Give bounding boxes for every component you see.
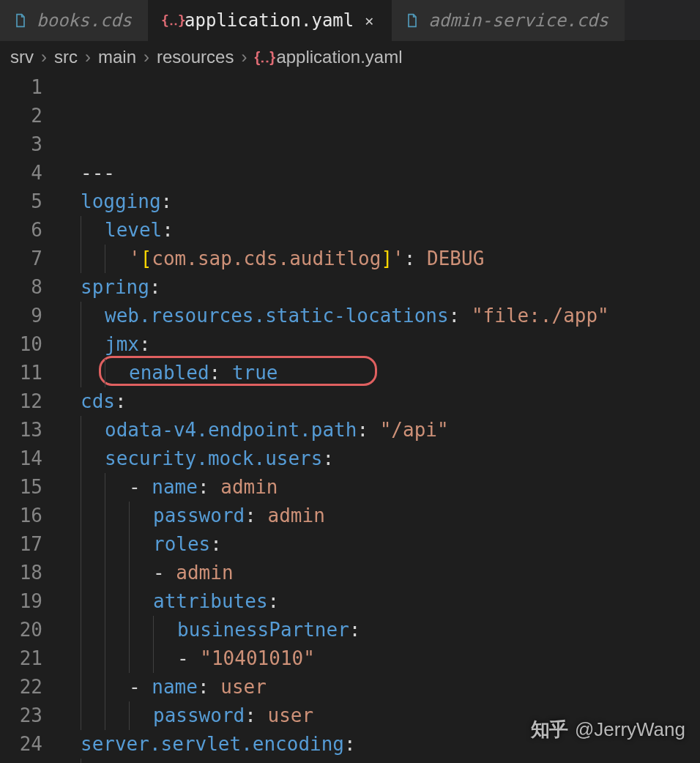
code-line[interactable]: charset: UTF-8 xyxy=(59,759,700,763)
token-str: ' xyxy=(129,247,141,269)
indent-guide xyxy=(105,559,105,587)
line-number: 6 xyxy=(0,216,42,245)
code-line[interactable]: - name: user xyxy=(59,673,700,701)
code-line[interactable]: enabled: true xyxy=(59,359,700,387)
token-bool: true xyxy=(232,362,278,384)
token-colon: : xyxy=(162,219,174,241)
tab-bar: books.cds {‥} application.yaml ✕ admin-s… xyxy=(0,0,700,41)
indent-guide xyxy=(105,530,105,559)
indent-guide xyxy=(129,644,130,673)
crumb-src[interactable]: src xyxy=(54,47,78,67)
code-line[interactable]: password: admin xyxy=(59,502,700,530)
token-key: name xyxy=(152,676,198,698)
token-str: user xyxy=(220,676,267,698)
line-number: 4 xyxy=(0,159,42,187)
indent-guide xyxy=(105,473,105,502)
code-line[interactable]: businessPartner: xyxy=(59,616,700,644)
line-number: 24 xyxy=(0,730,42,759)
code-line[interactable]: '[com.sap.cds.auditlog]': DEBUG xyxy=(59,245,700,273)
code-line[interactable]: jmx: xyxy=(59,330,700,359)
tab-label: application.yaml xyxy=(185,10,354,31)
token-plain: --- xyxy=(81,162,115,184)
line-number: 15 xyxy=(0,473,42,502)
line-number: 2 xyxy=(0,102,42,130)
indent-guide xyxy=(81,502,81,530)
token-key: password xyxy=(153,505,245,526)
token-colon: : xyxy=(209,362,232,384)
crumb-srv[interactable]: srv xyxy=(10,47,34,67)
indent-guide xyxy=(105,359,105,387)
line-number: 7 xyxy=(0,245,42,273)
yaml-icon: {‥} xyxy=(161,13,176,28)
code-line[interactable]: roles: xyxy=(59,530,700,559)
indent-guide xyxy=(153,616,154,644)
code-line[interactable]: --- xyxy=(59,159,700,187)
file-icon xyxy=(405,13,420,28)
token-key: jmx xyxy=(105,333,139,355)
indent-guide xyxy=(105,701,105,730)
indent-guide xyxy=(81,673,81,701)
code-editor[interactable]: 123456789101112131415161718192021222324 … xyxy=(0,73,700,760)
code-line[interactable]: attributes: xyxy=(59,587,700,616)
indent-guide xyxy=(81,616,81,644)
tab-label: admin-service.cds xyxy=(428,10,608,31)
crumb-main[interactable]: main xyxy=(98,47,136,67)
token-colon: : xyxy=(245,704,267,726)
indent-guide xyxy=(105,616,105,644)
indent-guide xyxy=(129,530,130,559)
indent-guide xyxy=(81,302,81,330)
tab-admin-service-cds[interactable]: admin-service.cds xyxy=(392,0,625,41)
indent-guide xyxy=(129,587,130,616)
crumb-file[interactable]: application.yaml xyxy=(276,47,402,67)
token-key: security.mock.users xyxy=(105,447,322,469)
code-line[interactable]: cds: xyxy=(59,387,700,416)
token-key: password xyxy=(153,704,245,726)
watermark-handle: @JerryWang xyxy=(575,718,685,741)
indent-guide xyxy=(81,330,81,359)
crumb-resources[interactable]: resources xyxy=(157,47,234,67)
yaml-icon: {‥} xyxy=(254,50,269,64)
code-line[interactable]: web.resources.static-locations: "file:./… xyxy=(59,302,700,330)
token-str: com.sap.cds.auditlog xyxy=(152,247,381,269)
token-str: user xyxy=(268,704,314,726)
token-key: cds xyxy=(81,390,115,412)
code-line[interactable]: - admin xyxy=(59,559,700,587)
code-line[interactable]: level: xyxy=(59,216,700,245)
code-line[interactable]: odata-v4.endpoint.path: "/api" xyxy=(59,416,700,444)
indent-guide xyxy=(81,359,81,387)
token-str: ' xyxy=(392,247,404,269)
line-number: 1 xyxy=(0,73,42,102)
token-colon: : xyxy=(161,190,173,212)
token-key: name xyxy=(152,476,198,498)
line-number: 18 xyxy=(0,559,42,587)
indent-guide xyxy=(105,644,105,673)
tab-label: books.cds xyxy=(37,10,132,31)
tab-books-cds[interactable]: books.cds xyxy=(0,0,148,41)
token-colon: : xyxy=(349,619,361,641)
token-colon: : xyxy=(115,390,127,412)
code-line[interactable]: - name: admin xyxy=(59,473,700,502)
tab-application-yaml[interactable]: {‥} application.yaml ✕ xyxy=(148,0,392,41)
chevron-right-icon: › xyxy=(144,47,149,67)
token-str: DEBUG xyxy=(427,247,484,269)
token-key: server.servlet.encoding xyxy=(81,733,344,755)
indent-guide xyxy=(81,444,81,473)
close-icon[interactable]: ✕ xyxy=(362,14,376,27)
token-colon: : xyxy=(210,533,222,555)
code-line[interactable]: security.mock.users: xyxy=(59,444,700,473)
line-number: 5 xyxy=(0,187,42,216)
token-str: "file:./app" xyxy=(472,305,609,327)
token-colon: : xyxy=(198,476,220,498)
indent-guide xyxy=(81,530,81,559)
indent-guide xyxy=(81,245,81,273)
token-key: attributes xyxy=(153,590,268,612)
line-number: 21 xyxy=(0,644,42,673)
line-number: 12 xyxy=(0,387,42,416)
code-line[interactable]: - "10401010" xyxy=(59,644,700,673)
token-colon: : xyxy=(198,676,220,698)
indent-guide xyxy=(81,759,81,763)
code-area[interactable]: ---logging:level:'[com.sap.cds.auditlog]… xyxy=(59,73,700,760)
token-colon: : xyxy=(357,419,379,441)
code-line[interactable]: logging: xyxy=(59,187,700,216)
code-line[interactable]: spring: xyxy=(59,273,700,302)
